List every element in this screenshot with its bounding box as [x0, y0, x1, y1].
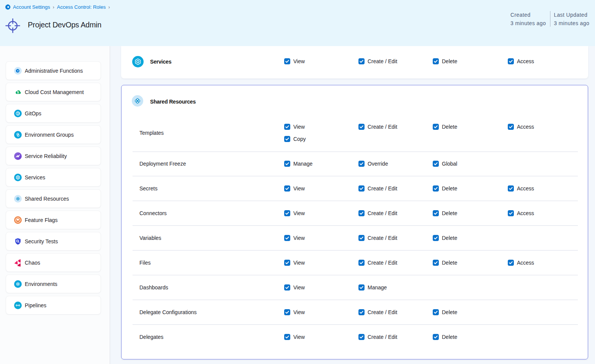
- svg-text:$: $: [17, 90, 19, 94]
